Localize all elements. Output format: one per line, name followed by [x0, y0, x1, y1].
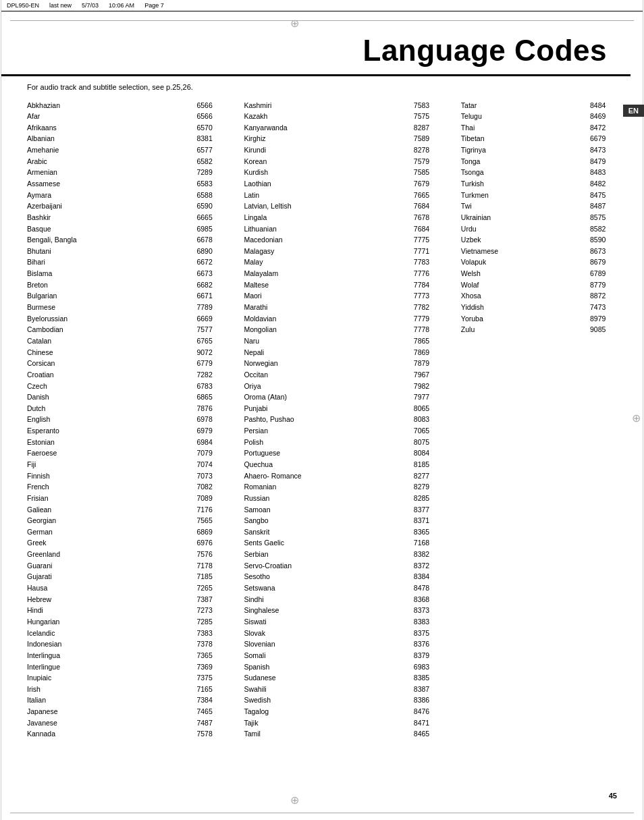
language-code: 7365	[196, 651, 230, 661]
list-item: Slovak8375	[244, 628, 447, 639]
language-code: 7565	[196, 516, 230, 526]
language-name: Xhosa	[461, 292, 590, 301]
language-code: 8371	[414, 516, 448, 526]
language-name: Interlingua	[27, 651, 196, 661]
list-item: Marathi7782	[244, 302, 447, 314]
language-name: English	[27, 415, 196, 425]
page-number: 45	[609, 792, 617, 800]
list-item: Malayalam7776	[244, 269, 447, 280]
language-name: Hungarian	[27, 618, 196, 627]
language-name: Oriya	[244, 382, 413, 391]
language-name: Esperanto	[27, 427, 196, 436]
language-name: Laothian	[244, 180, 413, 189]
list-item: Somali8379	[244, 650, 447, 661]
list-item: Kirghiz7589	[244, 134, 447, 145]
header-bar: DPL950-EN last new 5/7/03 10:06 AM Page …	[0, 0, 644, 11]
language-code: 7579	[414, 157, 448, 167]
language-name: Tonga	[461, 157, 590, 167]
list-item: Irish7165	[27, 684, 230, 695]
list-item: Arabic6582	[27, 156, 230, 167]
language-name: Turkish	[461, 180, 590, 189]
list-item: Georgian7565	[27, 516, 230, 527]
language-code: 8479	[590, 157, 624, 167]
list-item: Vietnamese8673	[461, 246, 624, 257]
language-name: Burmese	[27, 303, 196, 312]
language-name: Urdu	[461, 225, 590, 234]
language-code: 6779	[196, 359, 230, 368]
language-name: Zulu	[461, 325, 590, 335]
list-item: Armenian7289	[27, 167, 230, 179]
language-name: Volapuk	[461, 258, 590, 267]
list-item: Pashto, Pushao8083	[244, 414, 447, 426]
language-code: 9085	[590, 325, 624, 335]
language-name: Sanskrit	[244, 528, 413, 537]
list-item: Sanskrit8365	[244, 526, 447, 538]
language-name: Sents Gaelic	[244, 539, 413, 548]
language-code: 8582	[590, 225, 624, 234]
language-code: 8375	[414, 629, 448, 638]
language-name: Icelandic	[27, 629, 196, 638]
list-item: Czech6783	[27, 381, 230, 392]
list-item: Yoruba8979	[461, 313, 624, 325]
list-item: English6978	[27, 414, 230, 426]
list-item: Latin7665	[244, 190, 447, 201]
language-name: Ahaero- Romance	[244, 472, 413, 481]
language-code: 8673	[590, 247, 624, 256]
language-code: 7679	[414, 180, 448, 189]
language-code: 8384	[414, 572, 448, 582]
language-name: Catalan	[27, 337, 196, 346]
language-name: Punjabi	[244, 404, 413, 414]
list-item: Kannada7578	[27, 729, 230, 740]
language-code: 7168	[414, 539, 448, 548]
language-name: German	[27, 528, 196, 537]
language-code: 8379	[414, 651, 448, 661]
language-code: 7383	[196, 629, 230, 638]
list-item: Hindi7273	[27, 605, 230, 617]
language-code: 7176	[196, 505, 230, 515]
language-name: Somali	[244, 651, 413, 661]
language-name: Swahili	[244, 685, 413, 694]
language-name: Georgian	[27, 516, 196, 526]
list-item: Bulgarian6671	[27, 291, 230, 302]
language-code: 8679	[590, 258, 624, 267]
list-item: Faeroese7079	[27, 448, 230, 460]
list-item: Malay7783	[244, 257, 447, 269]
language-code: 6682	[196, 281, 230, 290]
language-code: 8483	[590, 168, 624, 177]
list-item: Tsonga8483	[461, 167, 624, 179]
language-name: Siswati	[244, 618, 413, 627]
list-item: Servo-Croatian8372	[244, 560, 447, 572]
language-code: 7977	[414, 393, 448, 402]
list-item: Xhosa8872	[461, 291, 624, 302]
main-content: Abkhazian6566Afar6566Afrikaans6570Albani…	[0, 97, 644, 754]
list-item: Icelandic7383	[27, 628, 230, 639]
language-code: 8377	[414, 505, 448, 515]
list-item: Persian7065	[244, 426, 447, 437]
language-name: Malagasy	[244, 247, 413, 256]
language-code: 7285	[196, 618, 230, 627]
language-name: Twi	[461, 202, 590, 211]
language-code: 7089	[196, 494, 230, 503]
language-name: Faeroese	[27, 449, 196, 458]
language-name: Finnish	[27, 472, 196, 481]
language-code: 8376	[414, 640, 448, 649]
language-code: 7289	[196, 168, 230, 177]
language-code: 8590	[590, 236, 624, 245]
language-name: Greek	[27, 539, 196, 548]
language-code: 8478	[414, 584, 448, 593]
language-code: 7583	[414, 101, 448, 111]
list-item: Punjabi8065	[244, 403, 447, 414]
language-code: 7473	[590, 303, 624, 312]
language-code: 6869	[196, 528, 230, 537]
list-item: Naru7865	[244, 335, 447, 347]
language-name: Tajik	[244, 719, 413, 728]
list-item: Russian8285	[244, 493, 447, 504]
language-name: Latvian, Leltish	[244, 202, 413, 211]
language-name: Irish	[27, 685, 196, 694]
language-code: 6783	[196, 382, 230, 391]
language-code: 7074	[196, 460, 230, 470]
list-item: Portuguese8084	[244, 448, 447, 460]
list-item: Tibetan6679	[461, 134, 624, 145]
language-code: 8471	[414, 719, 448, 728]
language-code: 7773	[414, 292, 448, 301]
